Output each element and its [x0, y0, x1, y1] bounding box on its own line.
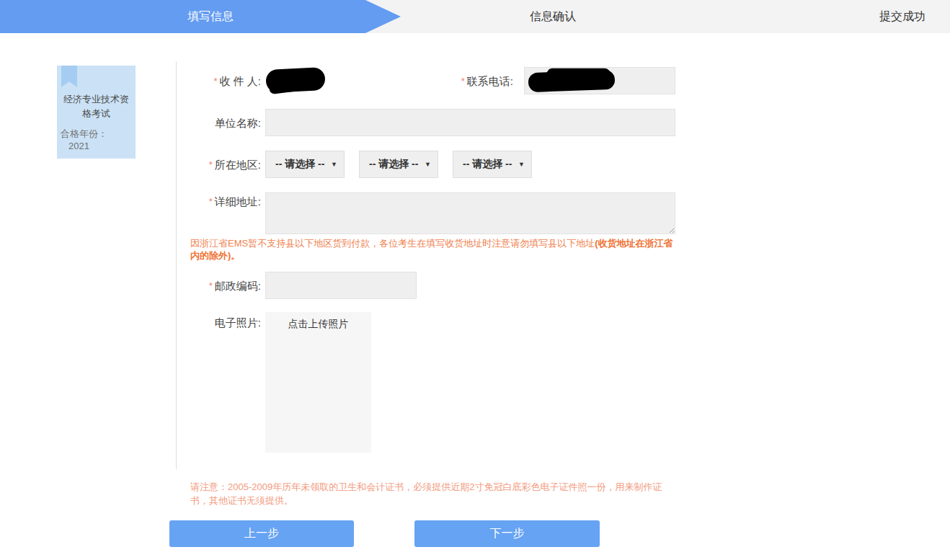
recipient-label: *收 件 人: — [176, 75, 261, 89]
dropdown-arrow-icon: ▼ — [518, 161, 525, 168]
exam-year-value: 2021 — [68, 141, 89, 151]
phone-label: *联系电话: — [428, 75, 513, 89]
required-asterisk: * — [213, 76, 217, 86]
dropdown-arrow-icon: ▼ — [331, 161, 337, 168]
step-confirm-info: 信息确认 — [530, 0, 576, 33]
photo-upload-text: 点击上传照片 — [265, 312, 371, 331]
exam-info-card: 经济专业技术资格考试 合格年份：2021 — [57, 66, 136, 159]
step-confirm-info-label: 信息确认 — [530, 10, 576, 22]
region-select-district[interactable]: -- 请选择 -- ▼ — [453, 151, 532, 178]
prev-step-button[interactable]: 上一步 — [169, 520, 354, 547]
photo-upload-box[interactable]: 点击上传照片 — [265, 312, 371, 453]
postcode-input[interactable] — [265, 272, 417, 299]
required-asterisk: * — [209, 196, 213, 207]
step-fill-info-label: 填写信息 — [187, 10, 234, 22]
required-asterisk: * — [209, 159, 213, 170]
region-label: *所在地区: — [176, 159, 261, 172]
dropdown-arrow-icon: ▼ — [425, 161, 431, 168]
next-step-button[interactable]: 下一步 — [414, 520, 600, 547]
required-asterisk: * — [209, 280, 213, 291]
company-input[interactable] — [265, 109, 675, 136]
required-asterisk: * — [461, 76, 465, 86]
step-fill-info[interactable]: 填写信息 — [0, 0, 401, 33]
step-submit-success-label: 提交成功 — [879, 10, 925, 22]
company-label: 单位名称: — [176, 117, 261, 130]
region-select-district-value: -- 请选择 -- — [463, 158, 512, 171]
recipient-value-redaction — [265, 67, 326, 93]
step-submit-success: 提交成功 — [879, 0, 925, 33]
address-label: *详细地址: — [176, 195, 261, 209]
region-select-province-value: -- 请选择 -- — [275, 158, 324, 171]
region-select-city-value: -- 请选择 -- — [369, 158, 418, 171]
bottom-note-text: 请注意：2005-2009年历年未领取的卫生和会计证书，必须提供近期2寸免冠白底… — [190, 480, 678, 507]
address-textarea[interactable] — [265, 192, 675, 234]
exam-year-label: 合格年份： — [61, 128, 107, 139]
step-progress-bar: 填写信息 信息确认 提交成功 — [0, 0, 950, 33]
postcode-label: *邮政编码: — [176, 280, 261, 293]
phone-value-redaction — [528, 70, 616, 92]
photo-label: 电子照片: — [176, 316, 261, 330]
region-select-province[interactable]: -- 请选择 -- ▼ — [265, 151, 345, 178]
exam-year-row: 合格年份：2021 — [57, 128, 136, 151]
region-select-city[interactable]: -- 请选择 -- ▼ — [359, 151, 438, 178]
address-warning-text: 因浙江省EMS暂不支持县以下地区货到付款，各位考生在填写收货地址时注意请勿填写县… — [190, 237, 676, 262]
certificate-mailing-form-page: 填写信息 信息确认 提交成功 经济专业技术资格考试 合格年份：2021 *收 件… — [0, 0, 950, 560]
